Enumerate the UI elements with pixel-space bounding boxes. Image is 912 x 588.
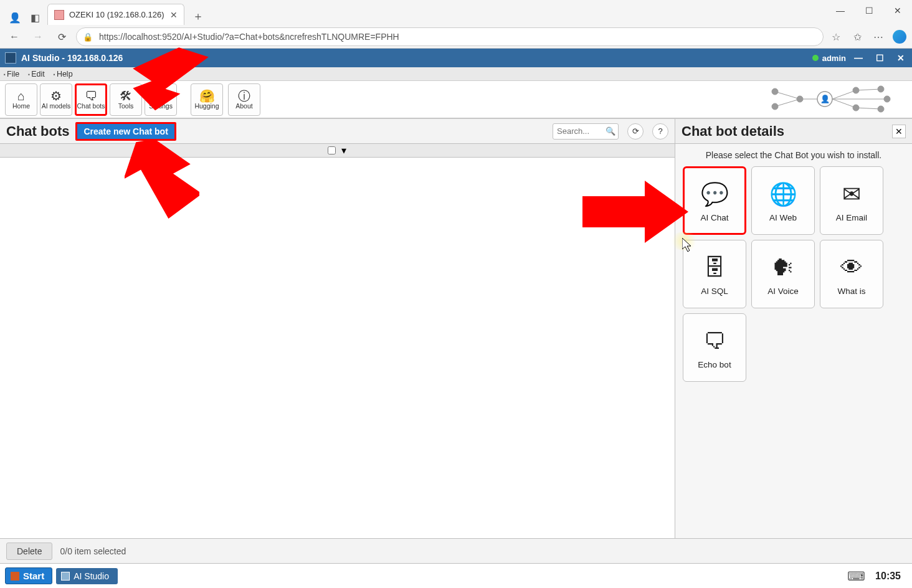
clock: 10:35 [875, 571, 907, 582]
toolbar-chat-bots[interactable]: 🗨Chat bots [75, 83, 107, 116]
new-tab-button[interactable]: ＋ [189, 7, 207, 25]
bot-card-label: Echo bot [698, 360, 731, 373]
details-description: Please select the Chat Bot you wish to i… [675, 144, 912, 166]
bot-card-ai-chat[interactable]: 💬AI Chat [683, 166, 746, 235]
menu-help[interactable]: Help [54, 70, 73, 78]
favorites-bar-icon[interactable]: ✩ [850, 29, 865, 44]
workspaces-icon[interactable]: ◧ [27, 10, 42, 25]
close-details-button[interactable]: ✕ [892, 125, 906, 138]
copilot-icon[interactable] [892, 29, 907, 44]
toolbar-home[interactable]: ⌂Home [5, 83, 37, 116]
keyboard-icon[interactable]: ⌨ [847, 569, 865, 584]
details-title: Chat bot details [682, 123, 892, 140]
menubar: File Edit Help [0, 67, 912, 81]
toolbar-tools[interactable]: 🛠Tools [110, 83, 142, 116]
url-input[interactable] [98, 31, 817, 42]
refresh-list-button[interactable]: ⟳ [627, 123, 644, 140]
info-icon: ⓘ [238, 90, 250, 102]
create-chat-bot-button[interactable]: Create new Chat bot [75, 122, 176, 141]
right-pane: Chat bot details ✕ Please select the Cha… [675, 119, 912, 538]
grid-body [0, 158, 675, 538]
bot-icon: 💬 [701, 176, 729, 213]
home-icon: ⌂ [17, 90, 25, 102]
tab-close-icon[interactable]: ✕ [170, 10, 178, 20]
search-box[interactable]: 🔍 [553, 123, 619, 140]
lock-icon: 🔒 [83, 32, 93, 42]
toolbar-settings[interactable]: ⚙Settings [145, 83, 177, 116]
app-task-icon [61, 572, 70, 581]
app-minimize[interactable]: — [850, 51, 867, 65]
profile-icon[interactable]: 👤 [7, 10, 22, 25]
tools-icon: 🛠 [120, 90, 132, 102]
forward-button: → [29, 27, 47, 46]
bot-card-label: AI Web [769, 213, 797, 226]
select-all-checkbox[interactable] [328, 146, 336, 154]
start-button[interactable]: Start [5, 567, 52, 584]
app-icon [5, 52, 16, 64]
user-label[interactable]: admin [822, 54, 846, 63]
svg-text:👤: 👤 [820, 94, 830, 103]
chat-icon: 🗨 [85, 90, 97, 102]
search-input[interactable] [556, 126, 606, 136]
bot-card-ai-voice[interactable]: 🗣AI Voice [751, 240, 815, 308]
bot-icon: 🗣 [772, 249, 794, 287]
gear-brain-icon: ⚙ [50, 90, 62, 102]
window-close[interactable]: ✕ [883, 0, 912, 21]
back-button[interactable]: ← [5, 27, 24, 46]
browser-tab[interactable]: OZEKI 10 (192.168.0.126) ✕ [47, 4, 184, 25]
bot-type-grid: 💬AI Chat🌐AI Web✉AI Email🗄AI SQL🗣AI Voice… [675, 166, 912, 382]
app-close[interactable]: ✕ [892, 51, 910, 65]
app-maximize[interactable]: ☐ [871, 51, 888, 65]
search-icon[interactable]: 🔍 [606, 126, 615, 136]
svg-line-16 [856, 89, 881, 90]
address-bar[interactable]: 🔒 [76, 27, 824, 46]
status-dot-icon [812, 55, 819, 61]
favorite-icon[interactable]: ☆ [829, 29, 843, 44]
bot-icon: ✉ [842, 176, 861, 213]
svg-line-3 [775, 92, 800, 99]
page-title: Chat bots [6, 123, 69, 140]
bot-icon: 🗄 [703, 249, 726, 287]
svg-line-4 [775, 99, 800, 107]
menu-edit[interactable]: Edit [28, 70, 45, 78]
bot-card-label: AI Email [836, 213, 867, 226]
bot-card-ai-sql[interactable]: 🗄AI SQL [683, 240, 746, 308]
bot-card-ai-web[interactable]: 🌐AI Web [751, 166, 815, 235]
bot-card-what-is[interactable]: 👁What is [820, 240, 883, 308]
tab-title: OZEKI 10 (192.168.0.126) [69, 10, 165, 19]
settings-icon: ⚙ [155, 90, 166, 102]
selection-status: 0/0 item selected [60, 546, 126, 556]
window-maximize[interactable]: ☐ [855, 0, 883, 21]
toolbar: ⌂Home ⚙AI models 🗨Chat bots 🛠Tools ⚙Sett… [0, 81, 912, 118]
bot-icon: 👁 [840, 249, 863, 287]
tab-favicon [54, 10, 64, 20]
bot-card-label: What is [837, 287, 865, 300]
svg-line-18 [856, 108, 881, 109]
column-dropdown-icon[interactable]: ▾ [338, 146, 350, 155]
refresh-button[interactable]: ⟳ [52, 27, 71, 46]
help-button[interactable]: ? [652, 123, 668, 140]
hug-icon: 🤗 [199, 90, 215, 102]
bot-icon: 🌐 [769, 176, 797, 213]
grid-header: ▾ [0, 144, 675, 158]
start-icon [11, 572, 19, 581]
toolbar-ai-models[interactable]: ⚙AI models [40, 83, 72, 116]
footer-bar: Delete 0/0 item selected [0, 538, 912, 563]
bot-card-label: AI SQL [701, 287, 728, 300]
app-title: AI Studio - 192.168.0.126 [21, 53, 123, 63]
bot-card-label: AI Chat [700, 213, 728, 226]
delete-button[interactable]: Delete [6, 543, 52, 560]
bot-card-label: AI Voice [767, 287, 799, 300]
window-minimize[interactable]: — [826, 0, 855, 21]
toolbar-about[interactable]: ⓘAbout [228, 83, 260, 116]
svg-line-11 [832, 90, 856, 99]
browser-chrome: 👤 ◧ OZEKI 10 (192.168.0.126) ✕ ＋ ← → ⟳ 🔒… [0, 0, 912, 49]
taskbar-app[interactable]: AI Studio [56, 568, 118, 584]
app-titlebar: AI Studio - 192.168.0.126 admin — ☐ ✕ [0, 49, 912, 67]
network-graphic: 👤 [762, 83, 906, 115]
bot-card-ai-email[interactable]: ✉AI Email [820, 166, 883, 235]
menu-file[interactable]: File [4, 70, 19, 78]
toolbar-hugging[interactable]: 🤗Hugging [191, 83, 223, 116]
more-icon[interactable]: ⋯ [871, 29, 886, 44]
bot-card-echo-bot[interactable]: 🗨Echo bot [683, 313, 746, 382]
